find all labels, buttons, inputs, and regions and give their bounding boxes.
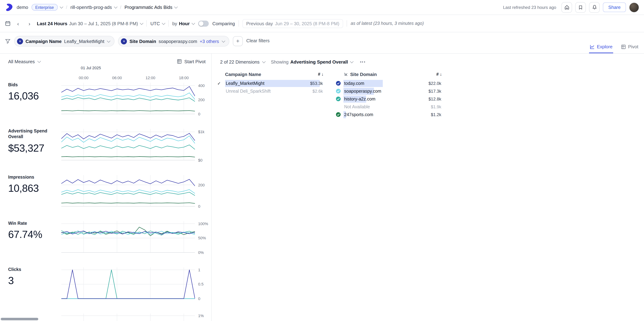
measure-name[interactable]: Win Rate xyxy=(8,221,52,226)
divider xyxy=(168,20,169,27)
time-range-label: Last 24 Hours xyxy=(37,21,67,26)
pivot-grid-icon xyxy=(621,44,626,49)
time-range-dropdown[interactable]: Last 24 Hours Jun 30 – Jul 1, 2025 (8 PM… xyxy=(37,21,143,26)
chevron-down-icon xyxy=(350,60,354,63)
sort-by-value-button[interactable]: # ↓ xyxy=(318,72,324,77)
comparing-label: Comparing xyxy=(212,21,235,26)
leaderboard-title[interactable]: Campaign Name xyxy=(225,72,261,77)
leaderboard-row[interactable]: 247sports.com$1.2k xyxy=(344,111,442,119)
plan-badge: Enterprise xyxy=(31,4,58,11)
leaderboard-row[interactable]: Unreal Deli_SparkShift$2.6k xyxy=(225,87,324,95)
y-tick-label: $0 xyxy=(198,158,202,162)
measures-panel: All Measures Start Pivot 01 Jul 2025 00:… xyxy=(0,54,212,321)
measure-name[interactable]: Impressions xyxy=(8,174,52,180)
measure-row: Bids16,0364002000 xyxy=(0,81,211,127)
leaderboard-row[interactable]: ✓Leafly_MarketMight$53.3k xyxy=(225,80,324,87)
leaderboard-row[interactable]: soapoperaspy.com$17.3k xyxy=(344,87,442,95)
calendar-icon[interactable] xyxy=(5,21,11,26)
remove-filter-icon[interactable]: × xyxy=(121,38,127,44)
bookmark-button[interactable] xyxy=(576,2,586,13)
measure-name[interactable]: Clicks xyxy=(8,267,52,272)
measure-sparkline-chart[interactable] xyxy=(61,127,195,174)
leaderboard-row[interactable]: today.com$22.0k xyxy=(344,80,442,87)
add-filter-button[interactable]: + xyxy=(233,36,243,46)
plan-badge-dropdown[interactable]: Enterprise xyxy=(31,4,63,11)
pivot-grid-icon xyxy=(177,59,182,64)
row-label: history-a2z.com xyxy=(344,97,428,102)
divider xyxy=(146,20,147,27)
sort-by-value-button[interactable]: # ↓ xyxy=(436,72,442,77)
row-value: $2.6k xyxy=(312,89,324,94)
filter-dimension: Campaign Name xyxy=(26,39,62,44)
measure-sparkline-chart[interactable] xyxy=(61,174,195,220)
y-tick-label: 400 xyxy=(198,83,205,88)
user-avatar[interactable] xyxy=(629,2,639,12)
timezone-dropdown[interactable]: UTC xyxy=(150,21,165,26)
y-tick-label: 1% xyxy=(198,313,204,318)
all-measures-dropdown[interactable]: All Measures xyxy=(8,59,40,64)
share-button[interactable]: Share xyxy=(603,3,626,12)
leaderboard-title[interactable]: Site Domain xyxy=(344,72,377,77)
measure-name[interactable]: Advertising Spend Overall xyxy=(8,128,52,140)
included-check-icon: ✓ xyxy=(217,81,223,86)
grain-dropdown[interactable]: by Hour xyxy=(172,21,194,26)
dimensions-count-label: 2 of 22 Dimensions xyxy=(220,59,260,64)
measure-row: Impressions10,8632000 xyxy=(0,174,211,220)
row-label: Unreal Deli_SparkShift xyxy=(225,89,312,94)
rill-logo[interactable] xyxy=(5,3,14,12)
measure-big-number: 3 xyxy=(8,275,58,287)
measure-y-axis: 4002000 xyxy=(195,81,211,127)
measure-sparkline-chart[interactable] xyxy=(61,312,195,321)
clear-filters-button[interactable]: Clear filters xyxy=(246,38,270,43)
breadcrumb-project[interactable]: rill-openrtb-prog-ads xyxy=(70,5,117,10)
leaderboard-row[interactable]: history-a2z.com$12.8k xyxy=(344,95,442,103)
leaderboard-row[interactable]: Not Available$1.9k xyxy=(344,103,442,111)
dimensions-count-dropdown[interactable]: 2 of 22 Dimensions xyxy=(220,59,265,64)
y-tick-label: 100% xyxy=(198,222,208,226)
measure-sparkline-chart[interactable] xyxy=(61,220,195,266)
filter-value: soapoperaspy.com xyxy=(158,39,197,44)
row-label: 247sports.com xyxy=(344,112,431,117)
tab-pivot[interactable]: Pivot xyxy=(620,44,639,53)
axis-date-label: 01 Jul 2025 xyxy=(81,66,101,70)
measure-sparkline-chart[interactable] xyxy=(61,266,195,312)
breadcrumb-org[interactable]: demo xyxy=(17,5,28,10)
filter-pill-campaign-name[interactable]: × Campaign Name Leafly_MarketMight xyxy=(14,36,115,47)
all-measures-label: All Measures xyxy=(8,59,35,64)
measure-y-axis: $1k$0 xyxy=(195,127,211,174)
measure-y-axis: 1% xyxy=(195,312,211,321)
series-check-icon xyxy=(336,96,341,102)
filter-bar: × Campaign Name Leafly_MarketMight × Sit… xyxy=(0,32,644,54)
more-options-button[interactable] xyxy=(358,61,366,62)
home-button[interactable] xyxy=(562,2,572,13)
remove-filter-icon[interactable]: × xyxy=(17,38,23,44)
project-name: rill-openrtb-prog-ads xyxy=(70,5,112,10)
y-tick-label: 50% xyxy=(198,236,206,240)
time-next-button[interactable]: › xyxy=(26,20,33,27)
measure-big-number: $53,327 xyxy=(8,142,58,154)
filter-value: Leafly_MarketMight xyxy=(64,39,104,44)
compare-range-dropdown[interactable]: Previous day Jun 29 – 30, 2025 (8 PM-8 P… xyxy=(242,19,343,28)
time-prev-button[interactable]: ‹ xyxy=(14,20,22,27)
chevron-down-icon xyxy=(114,5,117,9)
compare-detail: Jun 29 – 30, 2025 (8 PM-8 PM) xyxy=(275,21,339,26)
breadcrumb-dashboard[interactable]: Programmatic Ads Bids xyxy=(124,5,178,10)
chevron-down-icon xyxy=(107,39,110,42)
measure-name[interactable]: Bids xyxy=(8,82,52,88)
view-tabs: Explore Pivot xyxy=(589,44,639,53)
start-pivot-button[interactable]: Start Pivot xyxy=(177,59,206,64)
showing-label: Showing xyxy=(271,59,289,64)
alerts-button[interactable] xyxy=(589,2,600,13)
measure-sparkline-chart[interactable] xyxy=(61,81,195,127)
time-axis-header: 01 Jul 2025 00:0006:0012:0018:00 xyxy=(61,65,195,81)
leaderboard: Campaign Name# ↓✓Leafly_MarketMight$53.3… xyxy=(217,70,324,119)
horizontal-scrollbar[interactable] xyxy=(1,318,38,320)
chevron-down-icon xyxy=(38,59,41,63)
filter-pill-site-domain[interactable]: × Site Domain soapoperaspy.com +3 others xyxy=(118,36,229,47)
chevron-down-icon xyxy=(174,5,178,9)
comparing-toggle[interactable] xyxy=(198,21,209,27)
y-tick-label: 0 xyxy=(198,296,200,301)
breadcrumb-separator: / xyxy=(66,5,67,10)
tab-explore[interactable]: Explore xyxy=(589,44,613,53)
showing-measure-dropdown[interactable]: Showing Advertising Spend Overall xyxy=(271,59,353,64)
